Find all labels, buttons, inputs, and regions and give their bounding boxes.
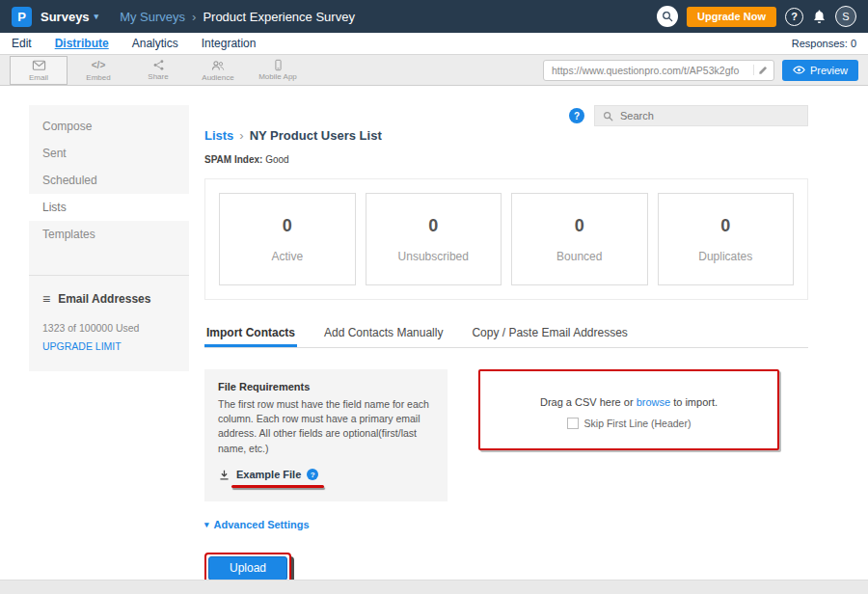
email-addresses-label: Email Addresses: [58, 292, 150, 306]
preview-button[interactable]: Preview: [782, 60, 858, 81]
lists-main: ? Lists›NY Product Users List SPAM Index…: [189, 105, 808, 584]
edit-url-pencil-icon[interactable]: [753, 65, 769, 75]
list-breadcrumb: Lists›NY Product Users List: [204, 128, 808, 143]
email-addresses-panel: ≡ Email Addresses 1323 of 100000 Used UP…: [29, 275, 189, 371]
email-usage-count: 1323 of 100000 Used: [42, 322, 176, 334]
sidebar-item-sent[interactable]: Sent: [29, 140, 189, 167]
skip-first-line-checkbox[interactable]: [567, 418, 579, 429]
product-switcher[interactable]: Surveys ▾: [41, 10, 98, 24]
dropzone-text-before: Drag a CSV here or: [540, 396, 634, 408]
breadcrumb-separator: ›: [192, 10, 196, 24]
distribute-toolbar: Email </> Embed Share Audience Mobile Ap…: [0, 54, 868, 86]
main-top-row: ?: [204, 105, 808, 126]
tab-distribute[interactable]: Distribute: [55, 37, 109, 50]
email-icon: [32, 58, 46, 72]
content: Compose Sent Scheduled Lists Templates ≡…: [0, 86, 868, 584]
toolbar-right: Preview: [543, 60, 858, 81]
tab-add-contacts-manually[interactable]: Add Contacts Manually: [322, 317, 445, 347]
help-icon[interactable]: ?: [785, 8, 803, 26]
stat-label: Unsubscribed: [398, 250, 469, 263]
stats-panel: 0 Active 0 Unsubscribed 0 Bounced 0 Dupl…: [204, 178, 808, 300]
email-sidebar: Compose Sent Scheduled Lists Templates ≡…: [29, 105, 189, 371]
top-bar-left: P Surveys ▾ My Surveys › Product Experie…: [12, 7, 355, 27]
sidebar-item-lists[interactable]: Lists: [29, 194, 189, 221]
tab-edit[interactable]: Edit: [12, 37, 32, 50]
stat-value: 0: [283, 216, 292, 236]
contact-tabs: Import Contacts Add Contacts Manually Co…: [204, 317, 808, 348]
upgrade-limit-link[interactable]: UPGRADE LIMIT: [42, 340, 122, 352]
dropzone-instruction: Drag a CSV here or browse to import.: [490, 396, 768, 408]
avatar[interactable]: S: [835, 6, 856, 27]
email-addresses-title: ≡ Email Addresses: [42, 291, 176, 307]
tab-import-contacts[interactable]: Import Contacts: [204, 317, 297, 347]
skip-first-line-row: Skip First Line (Header): [490, 418, 768, 429]
advanced-settings-label: Advanced Settings: [214, 519, 310, 530]
survey-url-box: [543, 60, 774, 81]
chevron-down-icon: ▾: [95, 12, 99, 21]
file-requirements-text: The first row must have the field name f…: [218, 397, 434, 456]
channel-label: Share: [148, 72, 168, 81]
download-icon: [218, 469, 231, 481]
survey-nav: Edit Distribute Analytics Integration Re…: [0, 33, 868, 54]
stat-label: Active: [271, 250, 303, 263]
help-icon[interactable]: ?: [569, 108, 584, 123]
stat-label: Duplicates: [698, 250, 752, 263]
spam-index-value: Good: [265, 154, 288, 165]
logo-letter: P: [17, 10, 26, 24]
spam-index-label: SPAM Index:: [204, 154, 262, 165]
example-file-row: Example File ?: [218, 469, 318, 488]
breadcrumb-my-surveys[interactable]: My Surveys: [120, 10, 185, 24]
stat-value: 0: [720, 216, 730, 236]
embed-code-icon: </>: [92, 59, 105, 72]
example-file-link[interactable]: Example File: [236, 469, 301, 480]
sidebar-item-scheduled[interactable]: Scheduled: [29, 167, 189, 194]
channel-label: Embed: [86, 73, 110, 82]
dropzone-text-after: to import.: [673, 396, 718, 408]
skip-first-line-label: Skip First Line (Header): [584, 418, 692, 429]
browse-link[interactable]: browse: [637, 396, 670, 408]
channel-label: Audience: [202, 73, 233, 82]
audience-icon: [211, 59, 225, 72]
advanced-settings-toggle[interactable]: ▾ Advanced Settings: [204, 519, 310, 530]
caret-down-icon: ▾: [204, 520, 209, 529]
top-bar-right: Upgrade Now ? S: [657, 6, 856, 27]
product-name: Surveys: [41, 10, 90, 24]
example-file-help-icon[interactable]: ?: [307, 469, 318, 480]
breadcrumb: My Surveys › Product Experience Survey: [120, 10, 355, 24]
stat-card-duplicates: 0 Duplicates: [658, 193, 795, 285]
tab-integration[interactable]: Integration: [202, 37, 257, 50]
search-input[interactable]: [620, 110, 800, 122]
stat-card-active: 0 Active: [219, 193, 356, 285]
questionpro-logo[interactable]: P: [12, 7, 32, 27]
channel-items: Email </> Embed Share Audience Mobile Ap…: [10, 56, 307, 85]
sidebar-item-compose[interactable]: Compose: [29, 113, 189, 140]
tab-analytics[interactable]: Analytics: [132, 37, 178, 50]
file-requirements-box: File Requirements The first row must hav…: [204, 369, 448, 501]
channel-email[interactable]: Email: [10, 56, 68, 85]
channel-audience[interactable]: Audience: [189, 56, 247, 85]
notifications-bell-icon[interactable]: [812, 10, 827, 24]
annotation-underline-example-file: [231, 485, 324, 488]
breadcrumb-lists-link[interactable]: Lists: [204, 128, 233, 143]
share-icon: [152, 59, 165, 71]
channel-embed[interactable]: </> Embed: [69, 56, 127, 85]
upload-button[interactable]: Upload: [208, 556, 287, 580]
survey-url-input[interactable]: [552, 65, 753, 76]
channel-mobile-app[interactable]: Mobile App: [249, 56, 307, 85]
sidebar-item-templates[interactable]: Templates: [29, 221, 189, 248]
search-icon: [603, 111, 613, 122]
responses-count[interactable]: Responses: 0: [792, 38, 856, 49]
channel-share[interactable]: Share: [129, 56, 187, 85]
stat-label: Bounced: [556, 250, 602, 263]
csv-dropzone-annotation-box[interactable]: Drag a CSV here or browse to import. Ski…: [478, 369, 779, 450]
bottom-strip: [0, 580, 868, 594]
eye-icon: [793, 64, 805, 76]
stat-value: 0: [428, 216, 438, 236]
tab-copy-paste-emails[interactable]: Copy / Paste Email Addresses: [470, 317, 629, 347]
app: P Surveys ▾ My Surveys › Product Experie…: [0, 0, 868, 594]
search-icon[interactable]: [657, 6, 678, 27]
mobile-app-icon: [272, 59, 285, 71]
survey-nav-tabs: Edit Distribute Analytics Integration: [12, 37, 279, 50]
upgrade-now-button[interactable]: Upgrade Now: [687, 7, 776, 27]
stat-card-bounced: 0 Bounced: [511, 193, 648, 285]
